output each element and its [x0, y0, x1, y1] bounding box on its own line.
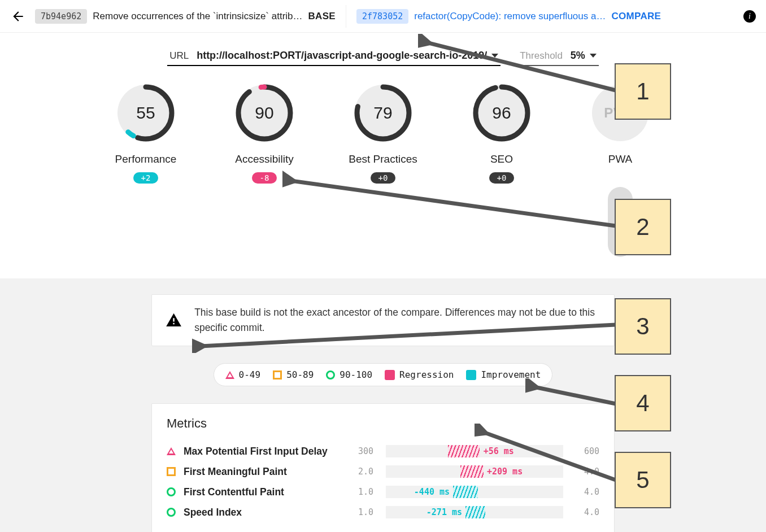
- base-hash: 7b94e962: [35, 9, 87, 24]
- legend-range-90-100: 90-100: [326, 369, 372, 380]
- metric-range-high: 4.0: [576, 507, 599, 517]
- gauge-best-practices[interactable]: 79Best Practices+0: [343, 82, 423, 257]
- circle-icon: [167, 487, 176, 496]
- back-button[interactable]: [5, 3, 32, 30]
- gauge-score: 96: [471, 82, 533, 144]
- annotation-callout-5: 5: [615, 452, 671, 508]
- triangle-icon: [167, 447, 176, 455]
- square-icon: [167, 467, 176, 476]
- metric-delta: +209 ms: [487, 466, 523, 477]
- divider: [346, 5, 346, 28]
- commits-row: 7b94e962 Remove occurrences of the `intr…: [35, 5, 735, 28]
- arrow-left-icon: [11, 9, 25, 24]
- info-button[interactable]: i: [743, 10, 756, 23]
- gauge-delta-badge: +0: [371, 172, 395, 184]
- gauge-score: 90: [233, 82, 295, 144]
- annotation-callout-4: 4: [615, 375, 671, 431]
- gauge-dial: 55: [115, 82, 177, 144]
- legend-range-0-49: 0-49: [225, 369, 261, 380]
- metric-name: Max Potential First Input Delay: [184, 446, 342, 457]
- warning-card: This base build is not the exact ancesto…: [151, 294, 615, 346]
- metric-delta: +56 ms: [484, 446, 514, 456]
- triangle-icon: [225, 371, 234, 379]
- improvement-swatch: [466, 370, 476, 380]
- metric-delta: -440 ms: [414, 487, 450, 497]
- threshold-select[interactable]: Threshold 5%: [517, 50, 599, 66]
- gauge-score: 79: [352, 82, 414, 144]
- url-label: URL: [169, 50, 189, 62]
- chevron-down-icon: [590, 54, 597, 58]
- gauge-dial: 90: [233, 82, 295, 144]
- gauge-delta-badge: +2: [133, 172, 158, 184]
- gauge-score: 55: [115, 82, 177, 144]
- gauge-delta-badge: +0: [489, 172, 514, 184]
- gauge-label: PWA: [608, 153, 633, 165]
- compare-commit[interactable]: 2f783052 refactor(CopyCode): remove supe…: [356, 7, 661, 26]
- legend-improvement: Improvement: [466, 369, 541, 380]
- legend: 0-49 50-89 90-100 Regression Improvement: [214, 363, 552, 386]
- metric-name: Speed Index: [184, 507, 342, 518]
- gauge-label: Performance: [115, 153, 177, 165]
- circle-icon: [167, 508, 176, 517]
- metric-delta: -271 ms: [426, 507, 462, 517]
- base-commit-message: Remove occurrences of the `intrinsicsize…: [93, 11, 302, 22]
- metric-range-low: 1.0: [350, 507, 373, 517]
- topbar: 7b94e962 Remove occurrences of the `intr…: [0, 0, 766, 33]
- warning-icon: [166, 311, 182, 330]
- metric-bar: -271 ms: [386, 506, 563, 518]
- metric-row[interactable]: First Meaningful Paint2.0+209 ms4.0: [167, 461, 599, 482]
- annotation-callout-3: 3: [615, 298, 671, 355]
- metric-range-high: 4.0: [576, 466, 599, 477]
- circle-icon: [326, 370, 335, 380]
- annotation-callout-2: 2: [615, 199, 671, 255]
- legend-range-50-89: 50-89: [273, 369, 314, 380]
- metric-name: First Contentful Paint: [184, 486, 342, 498]
- gauge-delta-badge: -8: [252, 172, 277, 184]
- base-commit[interactable]: 7b94e962 Remove occurrences of the `intr…: [35, 7, 336, 26]
- metric-range-low: 1.0: [350, 487, 373, 497]
- threshold-label: Threshold: [520, 50, 563, 62]
- metric-bar: +56 ms: [386, 445, 563, 457]
- regression-swatch: [385, 370, 395, 380]
- gauge-label: SEO: [490, 153, 513, 165]
- metric-bar: +209 ms: [386, 465, 563, 478]
- metric-range-high: 600: [576, 446, 599, 456]
- metric-row[interactable]: Max Potential First Input Delay300+56 ms…: [167, 441, 599, 461]
- annotation-callout-1: 1: [615, 63, 671, 120]
- gauge-label: Accessibility: [235, 153, 293, 165]
- gauge-label: Best Practices: [349, 153, 417, 165]
- metric-range-low: 2.0: [350, 466, 373, 477]
- compare-tag: COMPARE: [611, 11, 661, 22]
- gauge-accessibility[interactable]: 90Accessibility-8: [225, 82, 304, 257]
- metric-bar: -440 ms: [386, 486, 563, 498]
- gauge-seo[interactable]: 96SEO+0: [462, 82, 541, 257]
- chevron-down-icon: [491, 54, 498, 58]
- metric-range-high: 4.0: [576, 487, 599, 497]
- url-value: http://localhost:PORT/javascript-and-goo…: [197, 50, 498, 62]
- warning-text: This base build is not the exact ancesto…: [194, 305, 600, 335]
- gauge-performance[interactable]: 55Performance+2: [106, 82, 185, 257]
- metrics-title: Metrics: [167, 416, 599, 431]
- legend-regression: Regression: [385, 369, 454, 380]
- square-icon: [273, 370, 282, 380]
- compare-commit-message: refactor(CopyCode): remove superfluous a…: [414, 11, 606, 22]
- compare-hash: 2f783052: [356, 9, 408, 24]
- gauge-dial: 96: [471, 82, 533, 144]
- url-select[interactable]: URL http://localhost:PORT/javascript-and…: [167, 50, 500, 66]
- threshold-value: 5%: [571, 50, 597, 62]
- base-tag: BASE: [308, 11, 336, 22]
- metrics-card: Metrics Max Potential First Input Delay3…: [151, 403, 615, 532]
- metric-row[interactable]: First Contentful Paint1.0-440 ms4.0: [167, 482, 599, 502]
- metric-range-low: 300: [350, 446, 373, 456]
- gauge-dial: 79: [352, 82, 414, 144]
- metric-name: First Meaningful Paint: [184, 466, 342, 478]
- metric-row[interactable]: Speed Index1.0-271 ms4.0: [167, 502, 599, 522]
